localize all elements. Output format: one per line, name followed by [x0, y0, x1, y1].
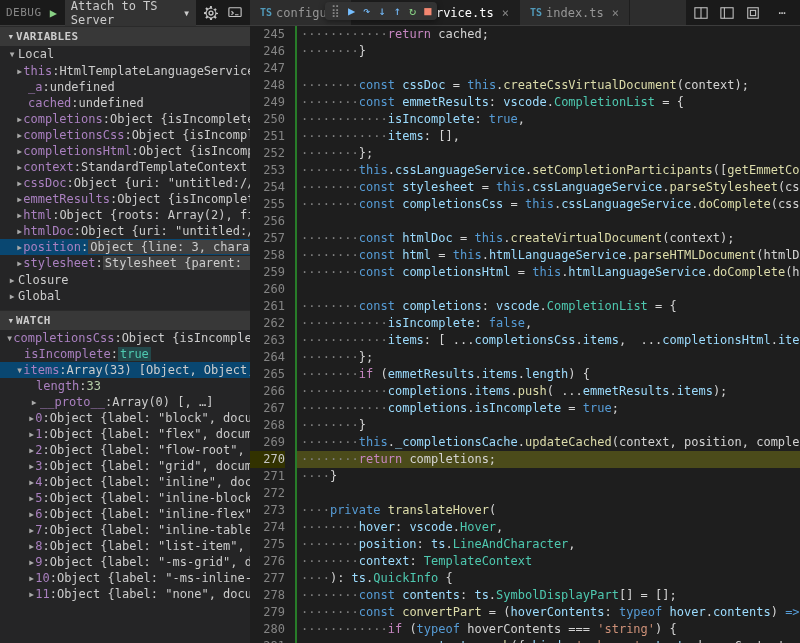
editor-actions: ⋯ — [686, 6, 800, 20]
tab-label: index.ts — [546, 6, 604, 20]
open-preview-icon[interactable] — [720, 6, 740, 20]
watch-item[interactable]: isIncomplete: true — [0, 346, 250, 362]
scope-global[interactable]: ▸Global — [0, 288, 250, 304]
watch-array-item[interactable]: ▸7: Object {label: "inline-table", … — [0, 522, 250, 538]
watch-array-item[interactable]: ▸10: Object {label: "-ms-inline-gri… — [0, 570, 250, 586]
watch-array-item[interactable]: ▸8: Object {label: "list-item", doc… — [0, 538, 250, 554]
ts-file-icon: TS — [260, 7, 272, 18]
continue-icon[interactable]: ▶ — [348, 4, 355, 18]
close-icon[interactable]: × — [612, 6, 619, 20]
watch-array-item[interactable]: ▸3: Object {label: "grid", document… — [0, 458, 250, 474]
variable-row[interactable]: cached: undefined — [0, 95, 250, 111]
stop-icon[interactable]: ■ — [424, 4, 431, 18]
variable-row[interactable]: ▸html: Object {roots: Array(2), find… — [0, 207, 250, 223]
watch-array-item[interactable]: ▸4: Object {label: "inline", docume… — [0, 474, 250, 490]
scope-local[interactable]: ▾Local — [0, 46, 250, 62]
section-watch[interactable]: ▾WATCH — [0, 310, 250, 330]
variable-row[interactable]: ▸completions: Object {isIncomplete: … — [0, 111, 250, 127]
scope-closure[interactable]: ▸Closure — [0, 272, 250, 288]
variable-row[interactable]: ▸position: Object {line: 3, characte… — [0, 239, 250, 255]
start-debug-icon[interactable]: ▶ — [50, 6, 57, 20]
variable-row[interactable]: ▸context: StandardTemplateContext {t… — [0, 159, 250, 175]
variable-row[interactable]: _a: undefined — [0, 79, 250, 95]
gear-icon[interactable] — [204, 6, 220, 20]
variable-row[interactable]: ▸htmlDoc: Object {uri: "untitled://e… — [0, 223, 250, 239]
debug-sidebar: ▾VARIABLES ▾Local ▸this: HtmlTemplateLan… — [0, 26, 250, 643]
section-variables[interactable]: ▾VARIABLES — [0, 26, 250, 46]
svg-rect-2 — [721, 7, 733, 18]
chevron-down-icon: ▾ — [183, 6, 190, 20]
svg-rect-3 — [748, 7, 759, 18]
variable-row[interactable]: ▸completionsCss: Object {isIncomplet… — [0, 127, 250, 143]
editor-tabs: TSconfigur…TS…uage-service.ts×TSindex.ts… — [250, 0, 686, 25]
watch-array-item[interactable]: ▸11: Object {label: "none", documen… — [0, 586, 250, 602]
watch-item[interactable]: length: 33 — [0, 378, 250, 394]
chevron-icon[interactable] — [746, 6, 766, 20]
editor[interactable]: 2452462472482492502512522532542552562572… — [250, 26, 800, 643]
editor-tab[interactable]: TSindex.ts× — [520, 0, 630, 25]
close-icon[interactable]: × — [502, 6, 509, 20]
more-icon[interactable]: ⋯ — [772, 6, 792, 20]
step-out-icon[interactable]: ↑ — [394, 4, 401, 18]
variable-row[interactable]: ▸cssDoc: Object {uri: "untitled://em… — [0, 175, 250, 191]
variable-row[interactable]: ▸completionsHtml: Object {isIncomple… — [0, 143, 250, 159]
watch-array-item[interactable]: ▸9: Object {label: "-ms-grid", docu… — [0, 554, 250, 570]
launch-config-name: Attach to TS Server — [71, 0, 177, 27]
step-into-icon[interactable]: ↓ — [378, 4, 385, 18]
restart-icon[interactable]: ↻ — [409, 4, 416, 18]
launch-config-selector[interactable]: Attach to TS Server ▾ — [65, 0, 196, 29]
watch-array-item[interactable]: ▸5: Object {label: "inline-block", … — [0, 490, 250, 506]
ts-file-icon: TS — [530, 7, 542, 18]
watch-item[interactable]: ▸__proto__: Array(0) [, …] — [0, 394, 250, 410]
watch-array-item[interactable]: ▸0: Object {label: "block", document… — [0, 410, 250, 426]
step-over-icon[interactable]: ↷ — [363, 4, 370, 18]
code-area[interactable]: ············return cached;········}·····… — [295, 26, 800, 643]
variable-row[interactable]: ▸stylesheet: Stylesheet {parent: nul… — [0, 255, 250, 271]
watch-array-item[interactable]: ▸1: Object {label: "flex", document… — [0, 426, 250, 442]
line-gutter: 2452462472482492502512522532542552562572… — [250, 26, 295, 643]
watch-item-items[interactable]: ▾items: Array(33) [Object, Object, O… — [0, 362, 250, 378]
split-editor-icon[interactable] — [694, 6, 714, 20]
debug-console-icon[interactable] — [228, 6, 244, 20]
variable-row[interactable]: ▸this: HtmlTemplateLanguageService — [0, 63, 250, 79]
drag-handle-icon[interactable]: ⣿ — [331, 4, 340, 18]
variable-row[interactable]: ▸emmetResults: Object {isIncomplete… — [0, 191, 250, 207]
svg-rect-4 — [750, 10, 755, 15]
watch-expression[interactable]: ▾completionsCss: Object {isIncomplete: … — [0, 330, 250, 346]
debug-label: DEBUG — [6, 6, 42, 19]
debug-toolbar[interactable]: ⣿ ▶ ↷ ↓ ↑ ↻ ■ — [325, 2, 437, 20]
watch-array-item[interactable]: ▸2: Object {label: "flow-root", doc… — [0, 442, 250, 458]
watch-array-item[interactable]: ▸6: Object {label: "inline-flex", d… — [0, 506, 250, 522]
